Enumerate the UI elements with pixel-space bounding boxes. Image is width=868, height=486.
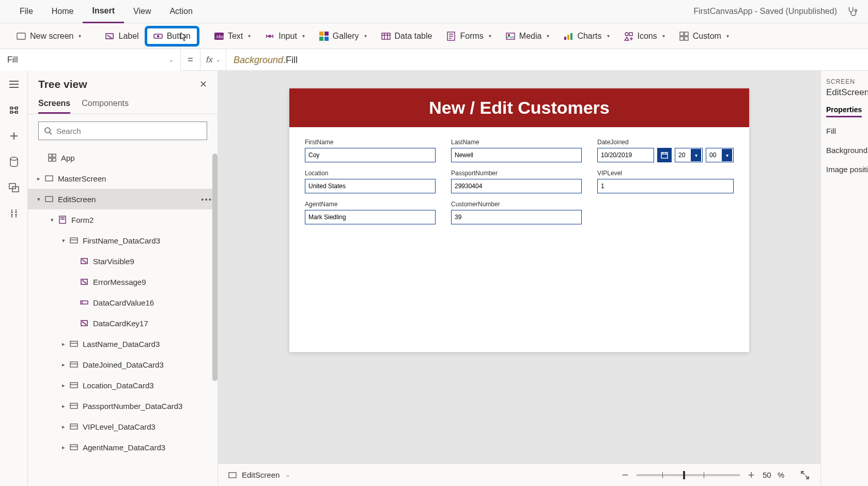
tree-label: ErrorMessage9 [93,278,146,286]
tree-node-viplevel-datacard[interactable]: ▸ VIPLevel_DataCard3 [28,416,218,437]
svg-rect-20 [629,33,632,36]
chevron-right-icon[interactable]: ▸ [60,382,67,389]
chevron-down-icon[interactable]: ⌄ [286,472,290,478]
chevron-right-icon[interactable]: ▸ [60,403,67,409]
textinput-icon [80,298,89,307]
more-icon[interactable]: ••• [201,195,212,204]
prop-background[interactable]: Background [826,146,863,155]
app-screen-preview[interactable]: New / Edit Customers FirstName LastName … [289,88,749,352]
prop-fill[interactable]: Fill [826,127,863,135]
gallery-icon [319,32,329,41]
formula-input[interactable]: Background.Fill [226,54,868,66]
tree-node-form2[interactable]: ▾ Form2 [28,209,218,230]
fx-button[interactable]: fx ⌄ [200,49,226,71]
close-icon[interactable]: ✕ [199,79,207,90]
tree-label: FirstName_DataCard3 [83,236,160,245]
property-selector[interactable]: Fill ⌄ [0,49,181,71]
tree-node-app[interactable]: App [28,147,218,168]
tree-node-masterscreen[interactable]: ▸ MasterScreen [28,168,218,189]
context-type: SCREEN [826,78,863,85]
scrollbar-thumb[interactable] [212,154,218,381]
menu-view[interactable]: View [124,0,160,23]
calendar-icon[interactable] [657,148,672,162]
svg-rect-42 [70,362,78,367]
chevron-right-icon[interactable]: ▸ [60,423,67,430]
chevron-down-icon[interactable]: ▾ [60,237,67,244]
tree-node-location-datacard[interactable]: ▸ Location_DataCard3 [28,375,218,396]
icons-button[interactable]: Icons ▾ [618,28,671,44]
data-icon[interactable] [8,156,20,168]
gallery-button[interactable]: Gallery ▾ [313,28,373,44]
zoom-out-button[interactable]: − [620,468,630,482]
menu-insert[interactable]: Insert [83,0,124,23]
formula-token-property: .Fill [283,55,298,65]
chevron-right-icon[interactable]: ▸ [60,361,67,368]
prop-image-position[interactable]: Image positi [826,165,863,174]
chevron-down-icon[interactable]: ▾ [49,217,56,223]
new-screen-button[interactable]: New screen ▾ [10,28,87,44]
field-passport: PassportNumber [451,170,582,193]
fx-label: fx [206,55,213,65]
agentname-input[interactable] [305,210,436,224]
input-button[interactable]: Input ▾ [259,28,311,44]
chevron-down-icon: ▾ [489,33,491,39]
tab-properties[interactable]: Properties [826,105,862,117]
search-input[interactable] [56,127,202,135]
forms-button[interactable]: Forms ▾ [440,28,497,44]
tree-node-agentname-datacard[interactable]: ▸ AgentName_DataCard3 [28,437,218,458]
charts-button[interactable]: Charts ▾ [557,28,615,44]
advanced-tools-icon[interactable] [8,207,20,220]
menu-file[interactable]: File [10,0,42,23]
tree-node-datacardvalue16[interactable]: DataCardValue16 [28,292,218,313]
insert-icon[interactable] [8,130,20,142]
location-input[interactable] [305,179,436,193]
zoom-slider[interactable] [637,474,740,476]
menu-action[interactable]: Action [160,0,202,23]
screen-select-icon[interactable] [228,472,237,478]
menu-home[interactable]: Home [42,0,83,23]
tree-list: App ▸ MasterScreen ▾ EditScreen ••• ▾ Fo… [28,147,218,486]
svg-rect-18 [570,33,572,40]
tree-node-editscreen[interactable]: ▾ EditScreen ••• [28,189,218,209]
hamburger-icon[interactable] [8,78,20,90]
customernumber-input[interactable] [451,210,582,224]
tab-components[interactable]: Components [82,95,129,114]
label-icon [105,32,114,41]
field-lastname: LastName [451,139,582,162]
button-button[interactable]: Button [147,28,197,44]
datatable-button[interactable]: Data table [375,28,439,44]
tree-search[interactable] [38,122,207,140]
chevron-right-icon[interactable]: ▸ [35,175,42,182]
tree-node-starvisible9[interactable]: StarVisible9 [28,251,218,271]
label-button[interactable]: Label [99,28,145,44]
firstname-input[interactable] [305,148,436,162]
zoom-in-button[interactable]: + [746,468,756,482]
viplevel-input[interactable] [597,179,734,193]
tree-node-datacardkey17[interactable]: DataCardKey17 [28,313,218,333]
tree-node-errormessage9[interactable]: ErrorMessage9 [28,271,218,292]
passport-input[interactable] [451,179,582,193]
tree-node-datejoined-datacard[interactable]: ▸ DateJoined_DataCard3 [28,354,218,375]
zoom-value: 50 [763,470,771,479]
lastname-input[interactable] [451,148,582,162]
minute-select[interactable]: 00▾ [706,148,734,162]
tree-view-icon[interactable] [8,104,20,116]
chevron-down-icon[interactable]: ▾ [35,196,42,203]
datacard-icon [69,339,79,348]
date-input[interactable] [597,148,654,162]
fullscreen-icon[interactable] [800,470,810,480]
media-panel-icon[interactable] [8,181,20,194]
svg-rect-10 [319,37,323,41]
chevron-right-icon[interactable]: ▸ [60,444,67,451]
tree-node-firstname-datacard[interactable]: ▾ FirstName_DataCard3 [28,230,218,251]
tree-node-passport-datacard[interactable]: ▸ PassportNumber_DataCard3 [28,396,218,416]
tree-node-lastname-datacard[interactable]: ▸ LastName_DataCard3 [28,333,218,354]
chevron-right-icon[interactable]: ▸ [60,341,67,347]
media-button[interactable]: Media ▾ [500,28,556,44]
tab-screens[interactable]: Screens [38,95,70,114]
hour-select[interactable]: 20▾ [675,148,703,162]
text-button[interactable]: Abc Text ▾ [208,28,257,44]
svg-text:Abc: Abc [216,34,224,39]
custom-button[interactable]: Custom ▾ [673,28,735,44]
app-checker-icon[interactable] [846,6,858,17]
